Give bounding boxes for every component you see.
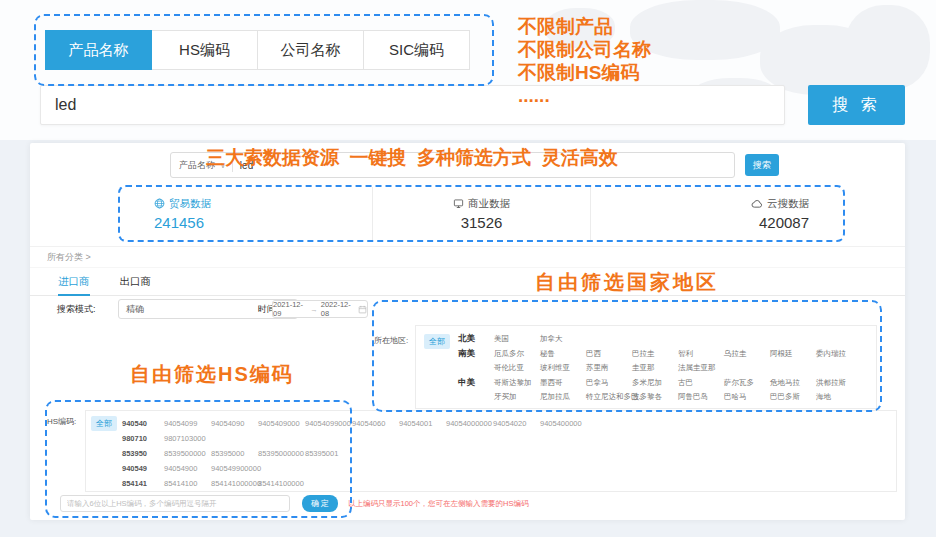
hero-tab[interactable]: HS编码 — [151, 30, 258, 70]
hs-code-item[interactable]: 85414100 — [164, 479, 211, 488]
region-country-item[interactable]: 海地 — [816, 392, 862, 402]
hs-code-item[interactable]: 854141 — [122, 479, 164, 488]
hs-code-item[interactable]: 85395000 — [211, 449, 258, 458]
screen: 产品名称HS编码公司名称SIC编码 搜 索 不限制产品不限制公司名称不限制HS编… — [0, 0, 936, 537]
filter-row: 搜索模式: 精确 ∨ 时间: 2021-12-09 → 2022-12-08 — [30, 296, 905, 322]
region-country-item[interactable]: 乌拉圭 — [724, 349, 770, 359]
hs-code-item[interactable]: 94054020 — [493, 419, 540, 428]
hs-code-item[interactable]: 940540 — [122, 419, 164, 428]
region-country-item[interactable]: 厄瓜多尔 — [494, 349, 540, 359]
hs-code-item[interactable]: 85395001 — [305, 449, 352, 458]
region-country-item[interactable]: 智利 — [678, 349, 724, 359]
region-country-item[interactable]: 加拿大 — [540, 334, 586, 344]
cloud-search-icon — [751, 198, 763, 210]
globe-icon — [154, 198, 165, 209]
region-country-item[interactable]: 巴西 — [586, 349, 632, 359]
stat-value: 420087 — [759, 214, 809, 231]
map-watermark — [630, 0, 780, 60]
region-country-item[interactable]: 阿根廷 — [770, 349, 816, 359]
hs-code-row: 9807109807103000 — [92, 431, 896, 446]
hs-filter-label: HS编码: — [47, 416, 76, 427]
hs-code-item[interactable]: 94054060 — [352, 419, 399, 428]
hs-code-item[interactable]: 94054000000 — [446, 419, 493, 428]
main-panel: 产品名称 ∨ led 三大索数据资源 一键搜 多种筛选方式 灵活高效 搜索 贸易… — [30, 143, 905, 520]
region-country-item[interactable]: 特立尼达和多巴.. — [586, 392, 632, 402]
mini-category-select[interactable]: 产品名称 — [179, 159, 215, 172]
region-country-item[interactable]: 巴巴多斯 — [770, 392, 816, 402]
hs-code-item[interactable]: 854141000000 — [211, 479, 258, 488]
region-country-item[interactable]: 阿鲁巴岛 — [678, 392, 724, 402]
trader-tab[interactable]: 出口商 — [120, 268, 152, 296]
trader-tabs: 进口商出口商 — [30, 268, 905, 296]
region-filter-box: 全部北美美国加拿大南美厄瓜多尔秘鲁巴西巴拉圭智利乌拉圭阿根廷委内瑞拉哥伦比亚玻利… — [415, 325, 877, 409]
stat-label: 贸易数据 — [169, 197, 211, 211]
stat-value: 241456 — [154, 214, 204, 231]
region-country-item[interactable]: 墨西哥 — [540, 378, 586, 388]
hs-code-item[interactable]: 94054001 — [399, 419, 446, 428]
hero-search-button[interactable]: 搜 索 — [808, 85, 905, 125]
hero-tab[interactable]: 公司名称 — [257, 30, 364, 70]
region-country-item[interactable]: 秘鲁 — [540, 349, 586, 359]
region-group-name[interactable]: 中美 — [458, 377, 494, 389]
hs-code-item[interactable]: 9405409000 — [258, 419, 305, 428]
region-country-item[interactable]: 哥斯达黎加 — [494, 378, 540, 388]
region-country-item[interactable]: 牙买加 — [494, 392, 540, 402]
region-line: 南美厄瓜多尔秘鲁巴西巴拉圭智利乌拉圭阿根廷委内瑞拉 — [424, 347, 876, 362]
region-country-item[interactable]: 多米尼加 — [632, 378, 678, 388]
mini-search-button[interactable]: 搜索 — [745, 154, 779, 176]
region-country-item[interactable]: 美国 — [494, 334, 540, 344]
date-separator: → — [310, 305, 318, 314]
region-country-item[interactable]: 委内瑞拉 — [816, 349, 862, 359]
region-country-item[interactable]: 危地马拉 — [770, 378, 816, 388]
hs-code-item[interactable]: 94054900 — [164, 464, 211, 473]
stat-item[interactable]: 云搜数据420087 — [591, 187, 843, 240]
region-all-chip[interactable]: 全部 — [424, 334, 450, 349]
mini-search-bar[interactable]: 产品名称 ∨ led — [170, 152, 735, 178]
stat-label: 商业数据 — [468, 197, 510, 211]
stat-item[interactable]: 商业数据31526 — [372, 187, 592, 240]
hs-code-item[interactable]: 94054099000 — [305, 419, 352, 428]
region-country-item[interactable]: 巴哈马 — [724, 392, 770, 402]
region-country-item[interactable]: 波多黎各 — [632, 392, 678, 402]
region-group-name[interactable]: 南美 — [458, 348, 494, 360]
date-range-picker[interactable]: 2021-12-09 → 2022-12-08 — [272, 300, 368, 318]
hero-tab[interactable]: 产品名称 — [45, 30, 152, 70]
mini-search-value[interactable]: led — [240, 160, 253, 171]
hs-code-item[interactable]: 940549 — [122, 464, 164, 473]
region-country-item[interactable]: 法属圭亚那 — [678, 363, 724, 373]
hs-code-item[interactable]: 9807103000 — [164, 434, 211, 443]
region-country-item[interactable]: 哥伦比亚 — [494, 363, 540, 373]
hs-code-input[interactable] — [60, 495, 290, 512]
region-country-item[interactable]: 巴拿马 — [586, 378, 632, 388]
chevron-down-icon: ∨ — [220, 161, 226, 170]
region-country-item[interactable]: 苏里南 — [586, 363, 632, 373]
region-group-name[interactable]: 北美 — [458, 333, 494, 345]
hs-code-item[interactable]: 85414100000 — [258, 479, 305, 488]
region-country-item[interactable]: 洪都拉斯 — [816, 378, 862, 388]
hs-code-item[interactable]: 85395000000 — [258, 449, 305, 458]
region-line: 哥伦比亚玻利维亚苏里南圭亚那法属圭亚那 — [424, 361, 876, 376]
hs-all-chip[interactable]: 全部 — [91, 416, 117, 431]
hs-code-item[interactable]: 980710 — [122, 434, 164, 443]
stat-header: 商业数据 — [453, 197, 510, 211]
breadcrumb[interactable]: 所有分类 > — [47, 251, 91, 264]
breadcrumb-band: 所有分类 > — [30, 246, 905, 268]
hs-code-item[interactable]: 940549900000 — [211, 464, 258, 473]
hs-code-item[interactable]: 8539500000 — [164, 449, 211, 458]
trader-tab[interactable]: 进口商 — [58, 268, 90, 296]
hs-code-item[interactable]: 9405400000 — [540, 419, 587, 428]
hero-tab[interactable]: SIC编码 — [363, 30, 470, 70]
hs-code-item[interactable]: 94054099 — [164, 419, 211, 428]
region-country-item[interactable]: 圭亚那 — [632, 363, 678, 373]
hs-code-item[interactable]: 853950 — [122, 449, 164, 458]
region-country-item[interactable]: 萨尔瓦多 — [724, 378, 770, 388]
hs-code-item[interactable]: 94054090 — [211, 419, 258, 428]
hero-search-input[interactable] — [40, 85, 785, 125]
region-country-item[interactable]: 巴拉圭 — [632, 349, 678, 359]
hs-confirm-button[interactable]: 确 定 — [302, 495, 338, 512]
region-country-item[interactable]: 古巴 — [678, 378, 724, 388]
stat-item[interactable]: 贸易数据241456 — [120, 187, 372, 240]
hero-section: 产品名称HS编码公司名称SIC编码 搜 索 不限制产品不限制公司名称不限制HS编… — [0, 0, 936, 140]
region-country-item[interactable]: 玻利维亚 — [540, 363, 586, 373]
region-country-item[interactable]: 尼加拉瓜 — [540, 392, 586, 402]
